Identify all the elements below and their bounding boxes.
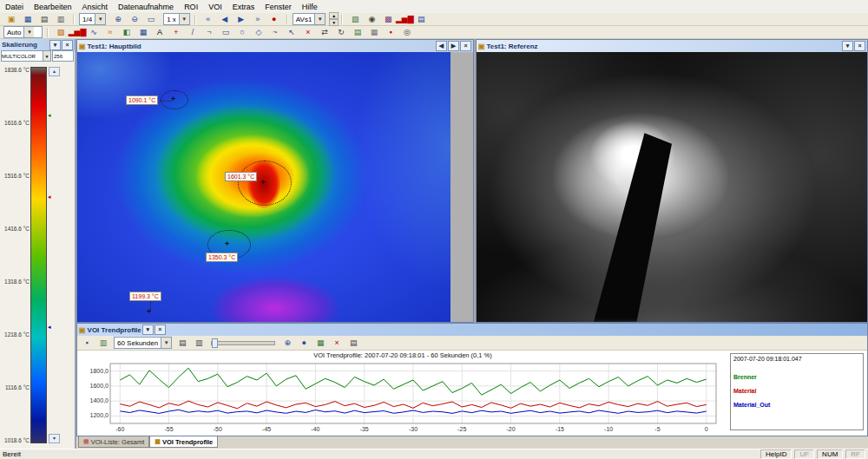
zoom-factor-combo[interactable]: 1 x ▼ — [163, 13, 190, 25]
slider-thumb[interactable] — [212, 338, 218, 348]
chevron-down-icon[interactable]: ▼ — [43, 51, 50, 61]
zoom-fit-icon[interactable]: ▭ — [143, 13, 159, 26]
copy-icon[interactable]: ▥ — [53, 13, 69, 26]
rotate-icon[interactable]: ↻ — [333, 26, 349, 39]
trend-chart[interactable]: -60-55-50-45-40-35-30-25-20-15-10-501800… — [79, 361, 721, 436]
menu-item[interactable]: Datenaufnahme — [113, 2, 179, 12]
copy-icon[interactable]: ▥ — [191, 337, 207, 350]
panel-menu-icon[interactable]: ▾ — [142, 325, 154, 335]
temperature-annotation[interactable]: 1199.3 °C — [129, 292, 161, 301]
play-icon[interactable]: ▶ — [233, 13, 249, 26]
snapshot-icon[interactable]: ◉ — [364, 13, 379, 26]
zoom-icon[interactable]: ⊕ — [279, 337, 295, 350]
table-icon[interactable]: ▦ — [312, 337, 328, 350]
time-slider[interactable] — [211, 341, 275, 345]
pin-icon[interactable]: ▪ — [79, 337, 95, 350]
arrow-icon[interactable]: ↖ — [284, 26, 299, 39]
polyline-icon[interactable]: ¬ — [201, 26, 217, 39]
surface-3d-icon[interactable]: ◧ — [119, 26, 135, 39]
reference-window-caption[interactable]: ▣ Test1: Referenz ▾ × — [477, 40, 867, 52]
menu-item[interactable]: Ansicht — [77, 2, 114, 12]
step-forward-icon[interactable]: » — [250, 13, 266, 26]
chevron-down-icon[interactable]: ▼ — [23, 27, 34, 37]
chevron-down-icon[interactable]: ▼ — [161, 338, 171, 348]
next-image-icon[interactable]: ▶ — [448, 41, 459, 51]
print-icon[interactable]: ▤ — [345, 337, 361, 350]
open-icon[interactable]: ▣ — [3, 13, 19, 26]
delete-roi-icon[interactable]: × — [300, 26, 316, 39]
chevron-down-icon[interactable]: ▼ — [95, 14, 105, 24]
movie-icon[interactable]: ▩ — [380, 13, 396, 26]
line-icon[interactable]: / — [185, 26, 201, 39]
marker-icon[interactable]: ▪ — [383, 26, 398, 39]
goto-start-icon[interactable]: « — [201, 13, 216, 26]
close-icon[interactable]: × — [62, 40, 73, 50]
rectangle-icon[interactable]: ▭ — [218, 26, 233, 39]
step-back-icon[interactable]: ◀ — [217, 13, 233, 26]
auto-scale-combo[interactable]: Auto ▼ — [3, 26, 43, 38]
polygon-icon[interactable]: ◇ — [251, 26, 266, 39]
export-icon[interactable]: ▤ — [174, 337, 190, 350]
chart-icon[interactable]: ▂▅▇ — [69, 26, 85, 39]
close-icon[interactable]: × — [460, 41, 471, 51]
tab-voi-trendprofile[interactable]: ▦ VOI Trendprofile — [149, 436, 218, 448]
temperature-annotation[interactable]: 1601.3 °C — [225, 172, 257, 181]
scale-marker-blue-icon[interactable]: ◂ — [48, 324, 51, 330]
isotherm-icon[interactable]: ≈ — [102, 26, 118, 39]
zoom-fraction-combo[interactable]: 1/4 ▼ — [79, 13, 106, 25]
ellipse-icon[interactable]: ○ — [234, 26, 250, 39]
save-icon[interactable]: ▦ — [20, 13, 36, 26]
menu-item[interactable]: Bearbeiten — [29, 2, 77, 12]
close-icon[interactable]: × — [854, 41, 865, 51]
text-icon[interactable]: A — [152, 26, 168, 39]
prev-image-icon[interactable]: ◀ — [436, 41, 447, 51]
grid-icon[interactable]: ▦ — [366, 26, 382, 39]
report-icon[interactable]: ▤ — [413, 13, 429, 26]
histogram-icon[interactable]: ▂▅▇ — [397, 13, 412, 26]
menu-item[interactable]: Fenster — [260, 2, 297, 12]
reference-image[interactable] — [477, 52, 867, 322]
zoom-out-icon[interactable]: ⊖ — [127, 13, 142, 26]
avs-combo[interactable]: AVs1 ▼ — [293, 13, 326, 25]
thermal-image[interactable]: + 1090.1 °C + 1601.3 °C + 1350.3 °C + 11… — [77, 52, 450, 322]
interval-combo[interactable]: 60 Sekunden ▼ — [114, 337, 172, 349]
menu-item[interactable]: Extras — [227, 2, 260, 12]
color-scale-bar[interactable] — [30, 67, 47, 443]
tab-voi-liste[interactable]: ▦ VOI-Liste: Gesamt — [78, 436, 149, 448]
chevron-down-icon[interactable]: ▼ — [314, 14, 325, 24]
scale-marker-green-icon[interactable]: ◂ — [48, 112, 51, 118]
scale-down-icon[interactable]: ▾ — [49, 434, 60, 443]
layers-icon[interactable]: ▤ — [350, 26, 365, 39]
table-icon[interactable]: ▦ — [135, 26, 151, 39]
split-view-icon[interactable]: ▥ — [95, 337, 111, 350]
zoom-in-icon[interactable]: ⊕ — [110, 13, 126, 26]
menu-item[interactable]: ROI — [179, 2, 203, 12]
camera-icon[interactable]: ▧ — [347, 13, 363, 26]
palette-combo[interactable]: MULTICOLOR ▼ — [1, 50, 51, 62]
settings-icon[interactable]: ◎ — [399, 26, 415, 39]
main-window-caption[interactable]: ▣ Test1: Hauptbild ◀ ▶ × — [77, 40, 473, 52]
info-icon[interactable]: ● — [296, 337, 312, 350]
Material[interactable]: Material — [733, 388, 860, 394]
menu-item[interactable]: VOI — [203, 2, 227, 12]
point-icon[interactable]: + — [168, 26, 184, 39]
Brenner[interactable]: Brenner — [733, 374, 860, 380]
profile-icon[interactable]: ∿ — [86, 26, 102, 39]
avs-spinner[interactable]: ▲▼ — [329, 12, 339, 26]
levels-combo[interactable]: 256 — [52, 50, 74, 62]
menu-item[interactable]: Hilfe — [297, 2, 323, 12]
print-icon[interactable]: ▤ — [36, 13, 52, 26]
temperature-annotation[interactable]: 1090.1 °C — [126, 95, 158, 105]
chevron-down-icon[interactable]: ▼ — [179, 14, 189, 24]
move-icon[interactable]: ⇄ — [317, 26, 332, 39]
panel-menu-icon[interactable]: ▾ — [49, 40, 61, 50]
Material_Out[interactable]: Material_Out — [733, 402, 860, 408]
delete-icon[interactable]: × — [329, 337, 345, 350]
trend-panel-caption[interactable]: ▣ VOI Trendprofile ▾ × — [77, 324, 867, 336]
scale-marker-red-icon[interactable]: ◂ — [48, 193, 51, 200]
close-icon[interactable]: × — [155, 325, 166, 335]
record-icon[interactable]: ● — [266, 13, 282, 26]
menu-item[interactable]: Datei — [0, 2, 29, 12]
temperature-annotation[interactable]: 1350.3 °C — [206, 252, 238, 262]
panel-menu-icon[interactable]: ▾ — [842, 41, 853, 51]
